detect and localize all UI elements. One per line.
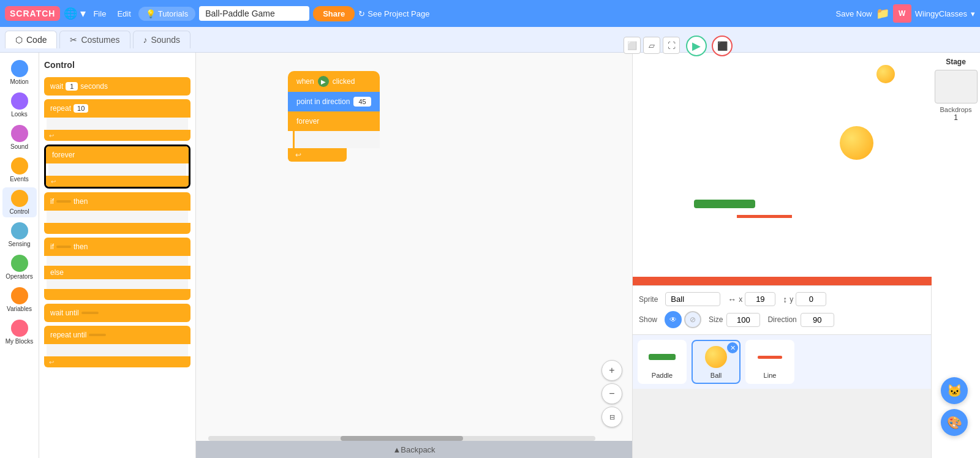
sidebar-item-looks[interactable]: Looks bbox=[2, 90, 37, 120]
topbar: SCRATCH 🌐 ▾ File Edit 💡 Tutorials Share … bbox=[0, 0, 980, 27]
sprite-controls: Sprite ↔ x ↕ y Show 👁 ⊘ bbox=[633, 285, 931, 334]
share-button[interactable]: Share bbox=[313, 6, 355, 21]
block-repeat-wrapper[interactable]: repeat 10 ↩ bbox=[44, 99, 190, 141]
block-repeat-until[interactable]: repeat until ↩ bbox=[44, 326, 190, 367]
block-if-then[interactable]: if then bbox=[44, 192, 190, 234]
stage-line bbox=[737, 215, 792, 218]
tab-sounds[interactable]: ♪ Sounds bbox=[133, 31, 190, 48]
tab-costumes[interactable]: ✂ Costumes bbox=[59, 31, 130, 48]
control-dot bbox=[11, 190, 28, 207]
backdrops-count: 1 bbox=[954, 113, 958, 122]
tab-costumes-label: Costumes bbox=[81, 35, 119, 45]
sidebar-item-control[interactable]: Control bbox=[2, 187, 37, 217]
zoom-in-button[interactable]: + bbox=[601, 360, 622, 381]
see-project-button[interactable]: ↻ See Project Page bbox=[358, 9, 429, 18]
sidebar-item-myblocks[interactable]: My Blocks bbox=[2, 317, 37, 347]
show-label: Show bbox=[639, 315, 657, 324]
stage-area: Sprite ↔ x ↕ y Show 👁 ⊘ bbox=[632, 53, 931, 458]
variables-dot bbox=[11, 287, 28, 304]
tab-code[interactable]: ⬡ Code bbox=[5, 31, 57, 48]
block-if-else[interactable]: if then else bbox=[44, 238, 190, 300]
canvas-area[interactable]: when ▶ clicked point in direction 45 for… bbox=[196, 53, 632, 458]
user-avatar-area[interactable]: W WiingyClasses ▾ bbox=[893, 4, 975, 23]
flag-icon: ▶ bbox=[318, 76, 329, 87]
sidebar-label-looks: Looks bbox=[11, 111, 28, 118]
code-icon: ⬡ bbox=[15, 35, 23, 45]
sidebar-item-motion[interactable]: Motion bbox=[2, 58, 37, 88]
operators-dot bbox=[11, 255, 28, 272]
sprite-library-button[interactable]: 🐱 bbox=[941, 377, 968, 404]
backpack-bar[interactable]: ▲ Backpack bbox=[196, 441, 632, 458]
fullscreen-button[interactable]: ⛶ bbox=[663, 37, 680, 54]
x-input[interactable] bbox=[745, 292, 775, 306]
sensing-dot bbox=[11, 222, 28, 239]
direction-input[interactable] bbox=[801, 313, 834, 327]
sprite-thumb-line[interactable]: Line bbox=[745, 340, 794, 384]
sprite-thumb-paddle[interactable]: Paddle bbox=[638, 340, 687, 384]
sidebar-label-events: Events bbox=[10, 176, 29, 182]
floating-buttons: 🐱 🎨 bbox=[941, 377, 968, 436]
ball-thumb-label: Ball bbox=[710, 372, 722, 379]
sidebar-item-sound[interactable]: Sound bbox=[2, 122, 37, 152]
sidebar-label-motion: Motion bbox=[10, 78, 28, 85]
canvas-scrollbar-thumb[interactable] bbox=[341, 436, 463, 441]
canvas-scrollbar[interactable] bbox=[208, 436, 595, 441]
direction-group: Direction bbox=[767, 313, 834, 327]
sidebar: Motion Looks Sound Events Control Sensin… bbox=[0, 53, 39, 458]
folder-icon-button[interactable]: 📁 bbox=[876, 7, 889, 20]
sidebar-item-events[interactable]: Events bbox=[2, 155, 37, 185]
script-group[interactable]: when ▶ clicked point in direction 45 for… bbox=[288, 71, 380, 162]
edit-menu[interactable]: Edit bbox=[113, 9, 134, 18]
zoom-reset-button[interactable]: ⊟ bbox=[601, 407, 622, 427]
line-thumb-label: Line bbox=[764, 372, 777, 379]
sidebar-item-operators[interactable]: Operators bbox=[2, 252, 37, 282]
backpack-arrow: ▲ bbox=[393, 445, 401, 454]
y-input[interactable] bbox=[796, 292, 826, 306]
stop-button[interactable]: ⬛ bbox=[712, 36, 733, 56]
sounds-icon: ♪ bbox=[143, 35, 148, 45]
events-dot bbox=[11, 157, 28, 175]
save-now-button[interactable]: Save Now bbox=[836, 9, 872, 18]
stage-thumbnail[interactable] bbox=[935, 70, 978, 103]
x-label: x bbox=[739, 295, 742, 304]
dropdown-arrow: ▾ bbox=[971, 9, 975, 18]
green-flag-button[interactable]: ▶ bbox=[686, 36, 707, 56]
size-input[interactable] bbox=[726, 313, 760, 327]
x-coord-icon: ↔ bbox=[728, 295, 736, 304]
stage-panel-label: Stage bbox=[946, 58, 966, 66]
sidebar-label-myblocks: My Blocks bbox=[6, 338, 34, 345]
sidebar-item-variables[interactable]: Variables bbox=[2, 285, 37, 315]
tutorials-button[interactable]: 💡 Tutorials bbox=[138, 7, 195, 21]
sprite-label: Sprite bbox=[639, 295, 658, 304]
scratch-logo[interactable]: SCRATCH bbox=[5, 6, 60, 21]
normal-view-button[interactable]: ⬜ bbox=[624, 37, 641, 54]
globe-button[interactable]: 🌐 ▾ bbox=[64, 7, 86, 20]
y-coord-icon: ↕ bbox=[783, 295, 787, 304]
backdrops-label: Backdrops bbox=[940, 106, 972, 113]
zoom-out-button[interactable]: − bbox=[601, 383, 622, 404]
show-hidden-button[interactable]: ⊘ bbox=[684, 311, 701, 328]
y-coord-group: ↕ y bbox=[783, 292, 826, 306]
sprite-thumbnails: Paddle ✕ Ball Line bbox=[633, 334, 931, 389]
stage-canvas bbox=[633, 53, 932, 285]
paddle-thumb-label: Paddle bbox=[652, 372, 673, 379]
show-icons: 👁 ⊘ bbox=[665, 311, 701, 328]
stage-ball-big bbox=[840, 126, 873, 160]
sprite-thumb-ball[interactable]: ✕ Ball bbox=[692, 340, 741, 384]
project-name-input[interactable] bbox=[199, 6, 309, 21]
size-label: Size bbox=[709, 315, 723, 324]
block-forever-selected[interactable]: forever ↩ bbox=[44, 145, 190, 189]
block-wait[interactable]: wait 1 seconds bbox=[44, 77, 190, 96]
ball-delete-button[interactable]: ✕ bbox=[727, 342, 738, 353]
size-group: Size bbox=[709, 313, 760, 327]
big-stage-button[interactable]: ▱ bbox=[643, 37, 660, 54]
lightbulb-icon: 💡 bbox=[146, 9, 156, 18]
looks-dot bbox=[11, 92, 28, 110]
block-wait-until[interactable]: wait until bbox=[44, 304, 190, 322]
sprite-paint-button[interactable]: 🎨 bbox=[941, 409, 968, 436]
sidebar-item-sensing[interactable]: Sensing bbox=[2, 220, 37, 250]
sprite-name-input[interactable] bbox=[665, 292, 720, 306]
motion-dot bbox=[11, 60, 28, 77]
file-menu[interactable]: File bbox=[89, 9, 110, 18]
show-visible-button[interactable]: 👁 bbox=[665, 311, 682, 328]
